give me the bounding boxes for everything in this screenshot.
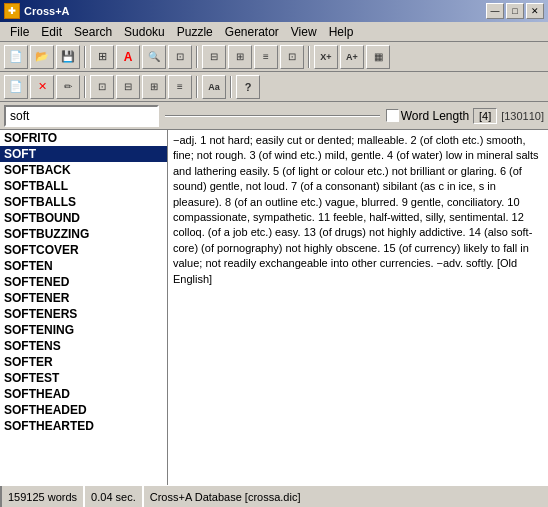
word-length-checkbox[interactable] <box>386 109 399 122</box>
word-item-softhead[interactable]: SOFTHEAD <box>0 386 167 402</box>
open-button[interactable]: 📂 <box>30 45 54 69</box>
separator-5 <box>196 76 198 98</box>
search-separator <box>165 115 380 117</box>
menu-search[interactable]: Search <box>68 23 118 41</box>
main-content: SOFRITO SOFT SOFTBACK SOFTBALL SOFTBALLS… <box>0 130 548 485</box>
menu-sudoku[interactable]: Sudoku <box>118 23 171 41</box>
database-button[interactable]: ⊡ <box>280 45 304 69</box>
menu-view[interactable]: View <box>285 23 323 41</box>
separator-4 <box>84 76 86 98</box>
app-icon: ✚ <box>4 3 20 19</box>
tb2-b1[interactable]: ⊡ <box>90 75 114 99</box>
menu-edit[interactable]: Edit <box>35 23 68 41</box>
separator-2 <box>196 46 198 68</box>
search-button[interactable]: 🔍 <box>142 45 166 69</box>
tb2-b4[interactable]: ≡ <box>168 75 192 99</box>
copy-grid-button[interactable]: ⊞ <box>90 45 114 69</box>
word-item-sofrito[interactable]: SOFRITO <box>0 130 167 146</box>
menu-generator[interactable]: Generator <box>219 23 285 41</box>
search2-button[interactable]: ⊡ <box>168 45 192 69</box>
tb2-aa[interactable]: Aa <box>202 75 226 99</box>
tb2-b2[interactable]: ⊟ <box>116 75 140 99</box>
word-item-soft[interactable]: SOFT <box>0 146 167 162</box>
help-button[interactable]: ? <box>236 75 260 99</box>
status-bar: 159125 words 0.04 sec. Cross+A Database … <box>0 485 548 507</box>
word-item-softballs[interactable]: SOFTBALLS <box>0 194 167 210</box>
word-length-section: Word Length [4] [130110] <box>386 108 544 124</box>
word-item-softeners[interactable]: SOFTENERS <box>0 306 167 322</box>
maximize-button[interactable]: □ <box>506 3 524 19</box>
word-length-value[interactable]: [4] <box>473 108 497 124</box>
definition-text: −adj. 1 not hard; easily cut or dented; … <box>173 134 539 285</box>
delete-button[interactable]: ✕ <box>30 75 54 99</box>
word-length-label: Word Length <box>401 109 470 123</box>
word-length-checkbox-wrapper: Word Length <box>386 109 470 123</box>
word-item-soften[interactable]: SOFTEN <box>0 258 167 274</box>
aplus-button[interactable]: A+ <box>340 45 364 69</box>
xplus-button[interactable]: X+ <box>314 45 338 69</box>
search-input-wrapper <box>4 105 159 127</box>
menu-bar: File Edit Search Sudoku Puzzle Generator… <box>0 22 548 42</box>
status-database: Cross+A Database [crossa.dic] <box>144 486 548 507</box>
word-item-softens[interactable]: SOFTENS <box>0 338 167 354</box>
find-button[interactable]: A <box>116 45 140 69</box>
title-bar-controls: — □ ✕ <box>486 3 544 19</box>
app-title: Cross+A <box>24 5 70 17</box>
separator-6 <box>230 76 232 98</box>
filler-button[interactable]: ▦ <box>366 45 390 69</box>
search-input[interactable] <box>10 109 153 123</box>
crossword-button[interactable]: ⊞ <box>228 45 252 69</box>
word-item-softbound[interactable]: SOFTBOUND <box>0 210 167 226</box>
range-value: [130110] <box>501 110 544 122</box>
word-item-softening[interactable]: SOFTENING <box>0 322 167 338</box>
word-item-softener[interactable]: SOFTENER <box>0 290 167 306</box>
pattern-button[interactable]: ≡ <box>254 45 278 69</box>
menu-file[interactable]: File <box>4 23 35 41</box>
word-list[interactable]: SOFRITO SOFT SOFTBACK SOFTBALL SOFTBALLS… <box>0 130 168 485</box>
status-word-count: 159125 words <box>0 486 85 507</box>
word-item-softcover[interactable]: SOFTCOVER <box>0 242 167 258</box>
toolbar-2: 📄 ✕ ✏ ⊡ ⊟ ⊞ ≡ Aa ? <box>0 72 548 102</box>
word-item-softbuzzing[interactable]: SOFTBUZZING <box>0 226 167 242</box>
save-button[interactable]: 💾 <box>56 45 80 69</box>
menu-help[interactable]: Help <box>323 23 360 41</box>
word-item-softheaded[interactable]: SOFTHEADED <box>0 402 167 418</box>
tb2-b3[interactable]: ⊞ <box>142 75 166 99</box>
title-bar: ✚ Cross+A — □ ✕ <box>0 0 548 22</box>
separator-1 <box>84 46 86 68</box>
toolbar-1: 📄 📂 💾 ⊞ A 🔍 ⊡ ⊟ ⊞ ≡ ⊡ X+ A+ ▦ <box>0 42 548 72</box>
word-item-softball[interactable]: SOFTBALL <box>0 178 167 194</box>
new-button[interactable]: 📄 <box>4 45 28 69</box>
close-button[interactable]: ✕ <box>526 3 544 19</box>
title-bar-left: ✚ Cross+A <box>4 3 70 19</box>
grid-button[interactable]: ⊟ <box>202 45 226 69</box>
word-item-softback[interactable]: SOFTBACK <box>0 162 167 178</box>
definition-panel: −adj. 1 not hard; easily cut or dented; … <box>168 130 548 485</box>
word-item-softened[interactable]: SOFTENED <box>0 274 167 290</box>
separator-3 <box>308 46 310 68</box>
word-item-softest[interactable]: SOFTEST <box>0 370 167 386</box>
menu-puzzle[interactable]: Puzzle <box>171 23 219 41</box>
edit-button[interactable]: ✏ <box>56 75 80 99</box>
word-item-softer[interactable]: SOFTER <box>0 354 167 370</box>
search-bar: Word Length [4] [130110] <box>0 102 548 130</box>
word-item-softhearted[interactable]: SOFTHEARTED <box>0 418 167 434</box>
minimize-button[interactable]: — <box>486 3 504 19</box>
new2-button[interactable]: 📄 <box>4 75 28 99</box>
status-time: 0.04 sec. <box>85 486 144 507</box>
